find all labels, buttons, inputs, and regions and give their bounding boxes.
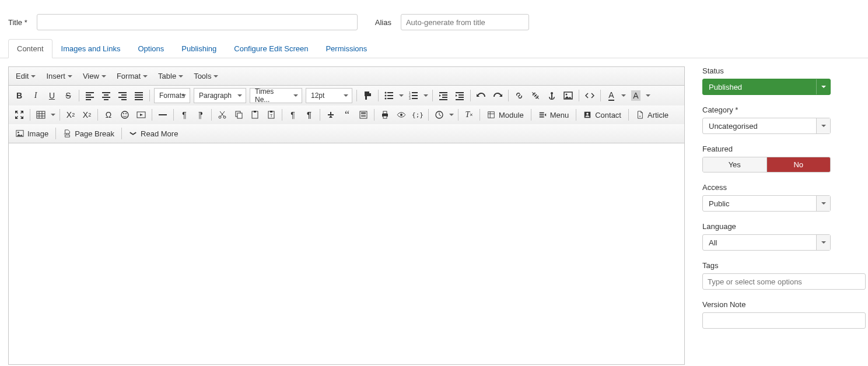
menu-tools[interactable]: Tools <box>189 68 223 84</box>
status-select[interactable]: Published <box>702 79 831 95</box>
svg-point-34 <box>586 113 589 115</box>
svg-rect-13 <box>159 114 167 115</box>
ltr-icon[interactable]: ¶ <box>176 107 192 123</box>
code-sample-icon[interactable]: {;} <box>410 107 426 123</box>
svg-point-30 <box>400 114 402 116</box>
font-size-select[interactable]: 12pt <box>306 88 352 103</box>
tags-input[interactable] <box>702 273 866 290</box>
svg-text:3: 3 <box>409 97 411 100</box>
bullet-list-caret[interactable] <box>397 87 405 104</box>
superscript-icon[interactable]: X2 <box>79 107 95 123</box>
insert-date-icon[interactable] <box>431 107 447 123</box>
align-left-icon[interactable] <box>82 87 98 104</box>
strikethrough-icon[interactable]: S <box>60 87 76 104</box>
formats-select[interactable]: Formats <box>154 88 190 103</box>
number-list-icon[interactable]: 123 <box>405 87 422 104</box>
clear-format-icon[interactable]: T× <box>461 107 477 123</box>
text-color-caret[interactable] <box>620 87 628 104</box>
link-icon[interactable] <box>511 87 527 104</box>
svg-rect-8 <box>37 111 45 118</box>
font-select[interactable]: Times Ne... <box>250 88 302 103</box>
alias-label: Alias <box>375 18 391 27</box>
fullscreen-icon[interactable] <box>11 107 27 123</box>
table-icon[interactable] <box>33 107 49 123</box>
media-icon[interactable] <box>133 107 149 123</box>
svg-point-9 <box>121 111 128 118</box>
category-select[interactable]: Uncategorised <box>702 118 831 134</box>
menu-edit[interactable]: Edit <box>11 68 40 84</box>
bg-color-caret[interactable] <box>644 87 652 104</box>
tab-configure-edit[interactable]: Configure Edit Screen <box>225 39 317 58</box>
menu-insert[interactable]: Insert <box>41 68 77 84</box>
access-select[interactable]: Public <box>702 195 831 212</box>
table-caret[interactable] <box>49 107 57 123</box>
tab-options[interactable]: Options <box>129 39 173 58</box>
image-icon[interactable] <box>560 87 576 104</box>
read-more-button[interactable]: Read More <box>124 125 183 142</box>
insert-date-caret[interactable] <box>447 107 456 123</box>
editor-content-area[interactable] <box>8 143 685 365</box>
show-blocks-icon[interactable]: ¶ <box>285 107 301 123</box>
article-button[interactable]: +Article <box>631 107 673 123</box>
copy-icon[interactable] <box>230 107 247 123</box>
bullet-list-icon[interactable] <box>381 87 397 104</box>
template-icon[interactable] <box>355 107 372 123</box>
paste-icon[interactable] <box>247 107 263 123</box>
number-list-caret[interactable] <box>422 87 430 104</box>
source-code-icon[interactable] <box>582 87 598 104</box>
menu-table[interactable]: Table <box>153 68 188 84</box>
unlink-icon[interactable] <box>527 87 544 104</box>
tab-images-links[interactable]: Images and Links <box>52 39 130 58</box>
menu-view[interactable]: View <box>78 68 111 84</box>
tab-content[interactable]: Content <box>8 39 52 58</box>
blockquote-icon[interactable]: “ <box>339 107 355 123</box>
preview-icon[interactable] <box>393 107 410 123</box>
bold-icon[interactable]: B <box>11 87 27 104</box>
language-select[interactable]: All <box>702 234 831 251</box>
menu-format[interactable]: Format <box>112 68 152 84</box>
emoticon-icon[interactable] <box>117 107 133 123</box>
svg-rect-32 <box>488 112 495 118</box>
nonbreaking-icon[interactable] <box>323 107 339 123</box>
paint-format-icon[interactable] <box>359 87 376 104</box>
module-button[interactable]: Module <box>482 107 528 123</box>
cut-icon[interactable] <box>214 107 230 123</box>
menu-button[interactable]: Menu <box>534 107 574 123</box>
align-center-icon[interactable] <box>98 87 114 104</box>
anchor-icon[interactable] <box>544 87 560 104</box>
underline-icon[interactable]: U <box>44 87 60 104</box>
category-label: Category * <box>702 105 866 114</box>
tab-permissions[interactable]: Permissions <box>317 39 376 58</box>
bg-color-icon[interactable]: A <box>628 87 644 104</box>
show-invisible-icon[interactable]: ¶ <box>301 107 317 123</box>
horizontal-rule-icon[interactable] <box>155 107 171 123</box>
indent-icon[interactable] <box>452 87 468 104</box>
featured-no[interactable]: No <box>767 157 831 172</box>
subscript-icon[interactable]: X2 <box>62 107 79 123</box>
rtl-icon[interactable]: ¶ <box>192 107 209 123</box>
svg-rect-21 <box>270 111 272 112</box>
outdent-icon[interactable] <box>435 87 452 104</box>
paste-text-icon[interactable]: T <box>263 107 279 123</box>
tab-publishing[interactable]: Publishing <box>173 39 225 58</box>
special-char-icon[interactable]: Ω <box>100 107 117 123</box>
svg-point-7 <box>566 94 568 96</box>
status-label: Status <box>702 66 866 75</box>
align-right-icon[interactable] <box>114 87 131 104</box>
featured-yes[interactable]: Yes <box>703 157 767 172</box>
svg-rect-24 <box>361 112 366 114</box>
alias-input[interactable] <box>401 14 529 30</box>
italic-icon[interactable]: I <box>27 87 44 104</box>
align-justify-icon[interactable] <box>131 87 147 104</box>
page-break-button[interactable]: Page Break <box>58 125 119 142</box>
redo-icon[interactable] <box>489 87 506 104</box>
title-input[interactable] <box>37 14 358 30</box>
text-color-icon[interactable]: A <box>603 87 620 104</box>
print-icon[interactable] <box>377 107 393 123</box>
version-note-input[interactable] <box>702 312 866 329</box>
contact-button[interactable]: Contact <box>579 107 626 123</box>
undo-icon[interactable] <box>473 87 489 104</box>
insert-image-button[interactable]: Image <box>11 125 53 142</box>
block-select[interactable]: Paragraph <box>194 88 246 103</box>
svg-rect-28 <box>383 111 387 114</box>
